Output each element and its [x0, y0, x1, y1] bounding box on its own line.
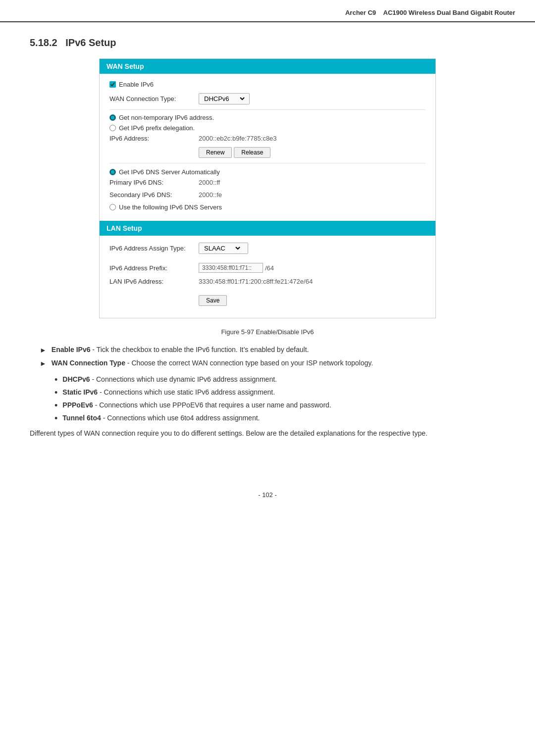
- sub-bullet-4: • Tunnel 6to4 - Connections which use 6t…: [54, 414, 505, 423]
- page-header: Archer C9 AC1900 Wireless Dual Band Giga…: [0, 0, 535, 22]
- section-title: 5.18.2 IPv6 Setup: [30, 37, 505, 49]
- dot-icon-2: •: [54, 388, 57, 397]
- sub-bullet-3-text: PPPoEv6 - Connections which use PPPoEV6 …: [62, 401, 331, 409]
- bullet-item-2: ► WAN Connection Type - Choose the corre…: [40, 359, 505, 367]
- sub-bullet-1-desc: - Connections which use dynamic IPv6 add…: [92, 375, 277, 383]
- bullet-2-desc: - Choose the correct WAN connection type…: [127, 359, 373, 367]
- secondary-dns-row: Secondary IPv6 DNS: 2000::fe: [109, 191, 426, 199]
- ipv6-address-value: 2000::eb2c:b9fe:7785:c8e3: [199, 135, 277, 142]
- wan-connection-type-row: WAN Connection Type: DHCPv6 Static IPv6 …: [109, 93, 426, 104]
- dot-icon-1: •: [54, 375, 57, 384]
- secondary-dns-label: Secondary IPv6 DNS:: [109, 191, 199, 199]
- enable-ipv6-label: Enable IPv6: [119, 81, 154, 88]
- product-name: AC1900 Wireless Dual Band Gigabit Router: [383, 9, 515, 16]
- use-dns-row: Use the following IPv6 DNS Servers: [109, 203, 426, 211]
- radio-non-temp[interactable]: [109, 114, 116, 121]
- prefix-label: IPv6 Address Prefix:: [109, 264, 199, 272]
- spacer: [109, 259, 426, 263]
- prefix-value-wrapper: /64: [199, 263, 274, 273]
- bullet-2-text: WAN Connection Type - Choose the correct…: [52, 359, 373, 367]
- radio-get-dns-auto[interactable]: [109, 169, 116, 175]
- secondary-dns-value: 2000::fe: [199, 191, 222, 199]
- primary-dns-row: Primary IPv6 DNS: 2000::ff: [109, 179, 426, 186]
- sub-bullet-2-text: Static IPv6 - Connections which use stat…: [62, 388, 275, 396]
- lan-setup-header: LAN Setup: [100, 221, 435, 236]
- wan-setup-body: Enable IPv6 WAN Connection Type: DHCPv6 …: [100, 74, 435, 221]
- prefix-input[interactable]: [199, 263, 263, 273]
- spacer2: [109, 290, 426, 295]
- primary-dns-label: Primary IPv6 DNS:: [109, 179, 199, 186]
- config-box: WAN Setup Enable IPv6 WAN Connection Typ…: [99, 58, 436, 318]
- renew-button[interactable]: Renew: [199, 147, 232, 158]
- wan-connection-label: WAN Connection Type:: [109, 95, 199, 102]
- save-row: Save: [109, 295, 426, 306]
- model-name: Archer C9: [345, 9, 376, 16]
- sub-bullet-1-term: DHCPv6: [62, 375, 90, 383]
- get-dns-auto-row: Get IPv6 DNS Server Automatically: [109, 168, 426, 176]
- sub-bullet-section: • DHCPv6 - Connections which use dynamic…: [54, 375, 505, 423]
- paragraph: Different types of WAN connection requir…: [30, 428, 505, 439]
- bullet-1-term: Enable IPv6: [52, 346, 91, 353]
- bullet-item-1: ► Enable IPv6 - Tick the checkbox to ena…: [40, 346, 505, 354]
- radio-prefix-row: Get IPv6 prefix delegation.: [109, 124, 426, 132]
- bullet-1-text: Enable IPv6 - Tick the checkbox to enabl…: [52, 346, 309, 353]
- lan-setup-body: IPv6 Address Assign Type: SLAAC DHCPv6 I…: [100, 236, 435, 318]
- sub-bullet-4-text: Tunnel 6to4 - Connections which use 6to4…: [62, 414, 260, 422]
- wan-connection-select[interactable]: DHCPv6 Static IPv6 PPPoEv6 Tunnel 6to4: [202, 95, 246, 103]
- bullet-section: ► Enable IPv6 - Tick the checkbox to ena…: [40, 346, 505, 367]
- ipv6-address-label: IPv6 Address:: [109, 135, 199, 142]
- lan-ipv6-row: LAN IPv6 Address: 3330:458:ff01:f71:200:…: [109, 278, 426, 285]
- dot-icon-4: •: [54, 414, 57, 423]
- sub-bullet-1-text: DHCPv6 - Connections which use dynamic I…: [62, 375, 277, 383]
- assign-type-label: IPv6 Address Assign Type:: [109, 245, 199, 252]
- ipv6-address-row: IPv6 Address: 2000::eb2c:b9fe:7785:c8e3: [109, 135, 426, 142]
- sub-bullet-3: • PPPoEv6 - Connections which use PPPoEV…: [54, 401, 505, 410]
- bullet-2-term: WAN Connection Type: [52, 359, 125, 367]
- sub-bullet-4-term: Tunnel 6to4: [62, 414, 101, 422]
- wan-connection-select-wrapper[interactable]: DHCPv6 Static IPv6 PPPoEv6 Tunnel 6to4: [199, 93, 250, 104]
- radio-use-dns[interactable]: [109, 204, 116, 210]
- assign-type-select[interactable]: SLAAC DHCPv6: [202, 244, 242, 252]
- release-button[interactable]: Release: [234, 147, 270, 158]
- bullet-1-desc: - Tick the checkbox to enable the IPv6 f…: [92, 346, 309, 353]
- lan-ipv6-label: LAN IPv6 Address:: [109, 278, 199, 285]
- sub-bullet-3-desc: - Connections which use PPPoEV6 that req…: [95, 401, 331, 409]
- use-dns-label: Use the following IPv6 DNS Servers: [119, 203, 222, 211]
- arrow-icon-1: ►: [40, 346, 47, 354]
- dot-icon-3: •: [54, 401, 57, 410]
- wan-setup-header: WAN Setup: [100, 59, 435, 74]
- sub-bullet-3-term: PPPoEv6: [62, 401, 93, 409]
- main-content: 5.18.2 IPv6 Setup WAN Setup Enable IPv6 …: [0, 22, 535, 461]
- arrow-icon-2: ►: [40, 359, 47, 367]
- sub-bullet-4-desc: - Connections which use 6to4 address ass…: [103, 414, 260, 422]
- radio-non-temp-row: Get non-temporary IPv6 address.: [109, 114, 426, 121]
- radio-prefix-label: Get IPv6 prefix delegation.: [119, 124, 195, 132]
- assign-type-row: IPv6 Address Assign Type: SLAAC DHCPv6: [109, 243, 426, 254]
- enable-ipv6-row: Enable IPv6: [109, 81, 426, 88]
- figure-caption: Figure 5-97 Enable/Disable IPv6: [30, 328, 505, 336]
- save-button[interactable]: Save: [199, 295, 227, 306]
- get-dns-auto-label: Get IPv6 DNS Server Automatically: [119, 168, 220, 176]
- radio-prefix[interactable]: [109, 125, 116, 131]
- page-footer: - 102 -: [0, 481, 535, 508]
- primary-dns-value: 2000::ff: [199, 179, 220, 186]
- sub-bullet-2: • Static IPv6 - Connections which use st…: [54, 388, 505, 397]
- enable-ipv6-checkbox[interactable]: [109, 81, 116, 88]
- sub-bullet-2-term: Static IPv6: [62, 388, 98, 396]
- divider1: [109, 109, 426, 110]
- renew-release-row: Renew Release: [109, 147, 426, 158]
- radio-non-temp-label: Get non-temporary IPv6 address.: [119, 114, 214, 121]
- divider2: [109, 163, 426, 163]
- lan-ipv6-value: 3330:458:ff01:f71:200:c8ff:fe21:472e/64: [199, 278, 313, 285]
- sub-bullet-2-desc: - Connections which use static IPv6 addr…: [100, 388, 275, 396]
- prefix-suffix: /64: [265, 264, 274, 272]
- page-number: - 102 -: [258, 491, 277, 499]
- prefix-row: IPv6 Address Prefix: /64: [109, 263, 426, 273]
- sub-bullet-1: • DHCPv6 - Connections which use dynamic…: [54, 375, 505, 384]
- assign-type-select-wrapper[interactable]: SLAAC DHCPv6: [199, 243, 248, 254]
